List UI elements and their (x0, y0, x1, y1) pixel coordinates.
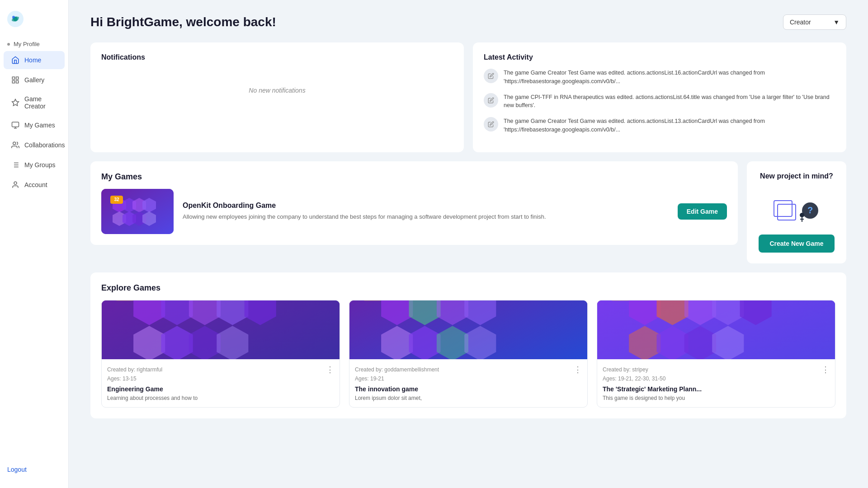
explore-ages-1: Ages: 13-15 (107, 375, 334, 382)
sidebar-item-game-creator[interactable]: Game Creator (4, 91, 65, 114)
page-title: Hi BrightGame, welcome back! (90, 15, 276, 29)
explore-games-grid: 32 00:00 Created by: rightarmful ⋮ Ages:… (101, 300, 835, 408)
chevron-down-icon: ▼ (833, 19, 840, 26)
games-section-row: My Games (90, 161, 846, 263)
account-icon (11, 180, 20, 189)
svg-marker-7 (12, 99, 19, 106)
logo-container (0, 7, 68, 38)
activity-item: The game CPI-TFF in RNA therapeutics was… (484, 93, 835, 110)
explore-game-desc-2: Lorem ipsum dolor sit amet, (355, 394, 582, 402)
svg-rect-4 (16, 77, 19, 79)
my-profile-link[interactable]: My Profile (0, 38, 68, 50)
activity-text-1: The game Game Creator Test Game was edit… (504, 69, 835, 86)
my-games-icon (11, 121, 20, 130)
sidebar-item-gallery[interactable]: Gallery (4, 71, 65, 89)
my-games-card: My Games (90, 161, 738, 245)
svg-text:32: 32 (114, 197, 119, 202)
game-thumbnail: 32 (101, 189, 174, 234)
activity-icon-2 (484, 93, 498, 108)
sidebar-item-collaborations-label: Collaborations (24, 141, 65, 149)
explore-game-name-2: The innovation game (355, 385, 582, 393)
game-description: Allowing new employees joining the compa… (183, 212, 661, 221)
explore-games-title: Explore Games (101, 283, 835, 293)
activity-icon-1 (484, 69, 498, 83)
sidebar-item-home-label: Home (24, 56, 41, 64)
explore-ages-2: Ages: 19-21 (355, 375, 582, 382)
activity-item: The game Game Creator Test Game was edit… (484, 69, 835, 86)
explore-thumb-2: 32 00:00 (349, 300, 587, 359)
sidebar-nav: Home Gallery Game Creator My Games Colla… (0, 50, 68, 458)
svg-point-2 (12, 16, 15, 19)
collaborations-icon (11, 141, 20, 150)
explore-card-body-2: Created by: goddamembellishment ⋮ Ages: … (349, 359, 587, 408)
latest-activity-card: Latest Activity The game Game Creator Te… (473, 42, 846, 152)
sidebar-item-collaborations[interactable]: Collaborations (4, 136, 65, 154)
my-groups-icon (11, 160, 20, 169)
svg-point-18 (14, 182, 17, 184)
logout-button[interactable]: Logout (7, 466, 27, 473)
sidebar-item-my-games-label: My Games (24, 122, 55, 129)
game-name: OpenKit Onboarding Game (183, 202, 661, 210)
latest-activity-title: Latest Activity (484, 53, 835, 61)
create-new-game-button[interactable]: Create New Game (759, 235, 834, 253)
sidebar-item-my-groups-label: My Groups (24, 161, 55, 169)
explore-games-section: Explore Games (90, 272, 846, 419)
sidebar-item-my-games[interactable]: My Games (4, 116, 65, 134)
explore-thumb-1: 32 00:00 (102, 300, 340, 359)
explore-meta-2: Created by: goddamembellishment ⋮ (355, 365, 582, 375)
explore-creator-1: Created by: rightarmful (107, 366, 162, 373)
sidebar-item-account-label: Account (24, 181, 47, 188)
home-icon (11, 56, 20, 65)
new-project-illustration: ? (769, 189, 824, 225)
explore-game-desc-1: Learning about processes and how to (107, 394, 334, 402)
gallery-icon (11, 75, 20, 84)
game-card-inner: 32 OpenKit Onboarding Game Allowing new … (101, 189, 727, 234)
game-info: OpenKit Onboarding Game Allowing new emp… (183, 202, 661, 221)
explore-creator-2: Created by: goddamembellishment (355, 366, 439, 373)
profile-dot (7, 43, 10, 46)
main-content: Hi BrightGame, welcome back! Creator ▼ N… (69, 0, 868, 488)
edit-game-button[interactable]: Edit Game (678, 203, 727, 220)
no-notifications-text: No new notifications (101, 69, 453, 112)
svg-rect-6 (16, 81, 19, 83)
explore-menu-2[interactable]: ⋮ (574, 365, 582, 375)
explore-game-name-1: Engineering Game (107, 385, 334, 393)
explore-game-card[interactable]: 32 00:00 Created by: rightarmful ⋮ Ages:… (101, 300, 340, 408)
activity-list: The game Game Creator Test Game was edit… (484, 69, 835, 134)
activity-icon-3 (484, 117, 498, 131)
my-games-section-title: My Games (101, 172, 727, 182)
app-logo (7, 11, 24, 27)
top-row: Notifications No new notifications Lates… (90, 42, 846, 152)
explore-card-body-1: Created by: rightarmful ⋮ Ages: 13-15 En… (102, 359, 340, 408)
svg-point-11 (13, 142, 16, 145)
activity-text-3: The game Game Creator Test Game was edit… (504, 117, 835, 134)
sidebar-item-game-creator-label: Game Creator (24, 95, 57, 110)
explore-menu-1[interactable]: ⋮ (326, 365, 334, 375)
explore-game-card[interactable]: 32 00:00 Created by: stripey ⋮ Ages: 19-… (597, 300, 835, 408)
explore-game-desc-3: This game is designed to help you (603, 394, 830, 402)
profile-label: My Profile (14, 41, 40, 47)
sidebar: My Profile Home Gallery Game Creator My … (0, 0, 69, 488)
explore-menu-3[interactable]: ⋮ (821, 365, 830, 375)
creator-dropdown-label: Creator (790, 19, 811, 26)
sidebar-item-gallery-label: Gallery (24, 76, 44, 84)
sidebar-item-home[interactable]: Home (4, 51, 65, 69)
sidebar-item-my-groups[interactable]: My Groups (4, 156, 65, 174)
explore-meta-1: Created by: rightarmful ⋮ (107, 365, 334, 375)
explore-game-name-3: The 'Strategic' Marketing Plann... (603, 385, 830, 393)
activity-text-2: The game CPI-TFF in RNA therapeutics was… (504, 93, 835, 110)
explore-game-card[interactable]: 32 00:00 Created by: goddamembellishment… (349, 300, 588, 408)
svg-rect-8 (12, 122, 19, 127)
sidebar-item-account[interactable]: Account (4, 176, 65, 194)
notifications-card: Notifications No new notifications (90, 42, 464, 152)
explore-ages-3: Ages: 19-21, 22-30, 31-50 (603, 375, 830, 382)
game-creator-icon (11, 98, 20, 107)
svg-rect-3 (12, 77, 14, 79)
activity-item: The game Game Creator Test Game was edit… (484, 117, 835, 134)
page-header: Hi BrightGame, welcome back! Creator ▼ (90, 14, 846, 30)
creator-dropdown[interactable]: Creator ▼ (783, 14, 846, 30)
new-project-card: New project in mind? ? Create New Game (747, 161, 846, 263)
svg-rect-30 (774, 201, 792, 216)
new-project-title: New project in mind? (760, 172, 833, 180)
explore-card-body-3: Created by: stripey ⋮ Ages: 19-21, 22-30… (597, 359, 835, 408)
